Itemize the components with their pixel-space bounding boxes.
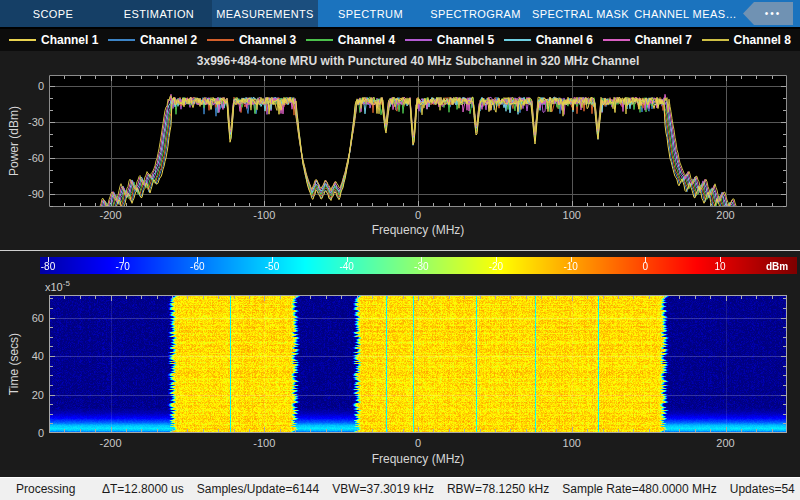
legend-item-channel-5[interactable]: Channel 5 bbox=[405, 33, 494, 47]
legend-item-channel-6[interactable]: Channel 6 bbox=[504, 33, 593, 47]
legend-label: Channel 7 bbox=[635, 33, 692, 47]
legend-item-channel-7[interactable]: Channel 7 bbox=[603, 33, 692, 47]
legend-label: Channel 2 bbox=[140, 33, 197, 47]
tab-spectral-mask[interactable]: SPECTRAL MASK bbox=[528, 0, 633, 27]
legend-item-channel-2[interactable]: Channel 2 bbox=[108, 33, 197, 47]
colorbar-tick-label: -30 bbox=[414, 261, 428, 272]
status-metric: ΔT=12.8000 us bbox=[102, 482, 184, 496]
legend-item-channel-1[interactable]: Channel 1 bbox=[9, 33, 98, 47]
legend-line-swatch bbox=[207, 39, 234, 41]
legend-item-channel-4[interactable]: Channel 4 bbox=[306, 33, 395, 47]
tick-label: -100 bbox=[253, 437, 275, 449]
tab-estimation[interactable]: ESTIMATION bbox=[106, 0, 212, 27]
colorbar-tick-label: 0 bbox=[642, 261, 648, 272]
legend-label: Channel 4 bbox=[338, 33, 395, 47]
tick-label: 0 bbox=[415, 209, 421, 221]
status-metric: RBW=78.1250 kHz bbox=[447, 482, 549, 496]
colorbar-tick-label: 10 bbox=[714, 261, 725, 272]
tick-label: 100 bbox=[563, 209, 581, 221]
tick-label: -60 bbox=[17, 152, 44, 164]
channel-legend: Channel 1Channel 2Channel 3Channel 4Chan… bbox=[0, 29, 800, 51]
tick-label: 200 bbox=[716, 437, 734, 449]
toolbar-overflow-button[interactable]: ••• bbox=[743, 2, 793, 25]
legend-line-swatch bbox=[405, 39, 432, 41]
toolstrip-left-section: SCOPEESTIMATIONMEASUREMENTS bbox=[0, 0, 318, 27]
tick-label: -200 bbox=[99, 437, 121, 449]
status-metric: Samples/Update=6144 bbox=[197, 482, 319, 496]
spectrum-plot-canvas[interactable] bbox=[49, 75, 787, 207]
status-bar: Processing ΔT=12.8000 usSamples/Update=6… bbox=[0, 477, 800, 500]
tick-label: -100 bbox=[253, 209, 275, 221]
legend-line-swatch bbox=[306, 39, 333, 41]
spectrogram-canvas[interactable] bbox=[49, 295, 787, 433]
tick-label: 20 bbox=[17, 389, 44, 401]
colorbar-tick-label: -50 bbox=[265, 261, 279, 272]
legend-item-channel-8[interactable]: Channel 8 bbox=[702, 33, 791, 47]
colorbar-tick-label: -70 bbox=[115, 261, 129, 272]
colorbar-unit-label: dBm bbox=[766, 261, 788, 272]
spectrum-analyzer-window: SCOPEESTIMATIONMEASUREMENTS SPECTRUMSPEC… bbox=[0, 0, 800, 500]
legend-label: Channel 8 bbox=[734, 33, 791, 47]
tick-label: -90 bbox=[17, 188, 44, 200]
status-state: Processing bbox=[16, 482, 102, 496]
tick-label: 40 bbox=[17, 350, 44, 362]
tab-spectrum[interactable]: SPECTRUM bbox=[318, 0, 423, 27]
legend-item-channel-3[interactable]: Channel 3 bbox=[207, 33, 296, 47]
legend-line-swatch bbox=[108, 39, 135, 41]
tick-label: 100 bbox=[563, 437, 581, 449]
tab-scope[interactable]: SCOPE bbox=[0, 0, 106, 27]
legend-line-swatch bbox=[504, 39, 531, 41]
tick-label: 200 bbox=[716, 209, 734, 221]
legend-label: Channel 5 bbox=[437, 33, 494, 47]
legend-line-swatch bbox=[603, 39, 630, 41]
colorbar-tick-label: -60 bbox=[190, 261, 204, 272]
tick-label: 0 bbox=[17, 80, 44, 92]
legend-label: Channel 6 bbox=[536, 33, 593, 47]
tick-label: -200 bbox=[99, 209, 121, 221]
spectrogram-x-axis-label: Frequency (MHz) bbox=[49, 452, 787, 466]
tick-label: 60 bbox=[17, 312, 44, 324]
status-metric: Updates=54 bbox=[730, 482, 795, 496]
colorbar-tick-label: -40 bbox=[339, 261, 353, 272]
tick-label: -30 bbox=[17, 116, 44, 128]
legend-label: Channel 1 bbox=[41, 33, 98, 47]
time-axis-multiplier: x10-5 bbox=[45, 279, 70, 293]
spectrum-panel: 3x996+484-tone MRU with Punctured 40 MHz… bbox=[0, 51, 800, 250]
ellipsis-icon: ••• bbox=[765, 9, 782, 19]
spectrum-y-axis-label: Power (dBm) bbox=[7, 81, 21, 201]
status-metric: Sample Rate=480.0000 MHz bbox=[562, 482, 716, 496]
colorbar-tick-label: -20 bbox=[489, 261, 503, 272]
legend-label: Channel 3 bbox=[239, 33, 296, 47]
tick-label: 0 bbox=[415, 437, 421, 449]
toolstrip-right-section: SPECTRUMSPECTROGRAMSPECTRAL MASKCHANNEL … bbox=[318, 0, 800, 27]
tab-spectrogram[interactable]: SPECTROGRAM bbox=[423, 0, 528, 27]
tick-label: 0 bbox=[17, 427, 44, 439]
spectrum-x-axis-label: Frequency (MHz) bbox=[49, 223, 787, 237]
status-metrics: ΔT=12.8000 usSamples/Update=6144VBW=37.3… bbox=[102, 482, 800, 496]
tab-channel-meas[interactable]: CHANNEL MEAS… bbox=[633, 0, 738, 27]
tab-measurements[interactable]: MEASUREMENTS bbox=[212, 0, 318, 27]
spectrum-title: 3x996+484-tone MRU with Punctured 40 MHz… bbox=[49, 54, 787, 68]
toolstrip: SCOPEESTIMATIONMEASUREMENTS SPECTRUMSPEC… bbox=[0, 0, 800, 27]
legend-line-swatch bbox=[9, 39, 36, 41]
status-metric: VBW=37.3019 kHz bbox=[332, 482, 434, 496]
colorbar-tick-label: -80 bbox=[41, 261, 55, 272]
colorbar-tick-label: -10 bbox=[563, 261, 577, 272]
legend-line-swatch bbox=[702, 39, 729, 41]
spectrogram-panel: x10-5 Frequency (MHz) Time (secs) -80-70… bbox=[0, 251, 800, 477]
